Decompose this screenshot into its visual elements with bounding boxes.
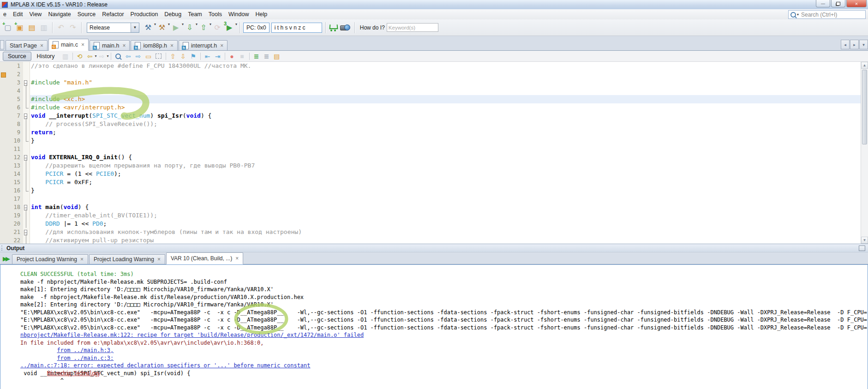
close-icon[interactable]: × xyxy=(157,257,161,262)
fold-margin[interactable]: − xyxy=(23,153,30,162)
float-window-icon[interactable] xyxy=(859,245,865,251)
rerun-icon[interactable]: ▶▶ xyxy=(3,255,8,262)
code-editor[interactable]: 1//это сделано в линкере #define F_CPU 1… xyxy=(0,62,868,244)
new-file-icon[interactable]: ▢+ xyxy=(2,22,13,33)
tab-list-button[interactable]: ▾ xyxy=(859,40,868,49)
console-link-line[interactable]: ../main.c:7:18: error: expected declarat… xyxy=(20,362,868,370)
uncomment-icon[interactable]: ≣ xyxy=(262,52,271,61)
menu-item-refactor[interactable]: Refactor xyxy=(99,10,127,18)
source-view-button[interactable]: Source xyxy=(3,52,31,61)
menu-item-team[interactable]: Team xyxy=(185,10,205,18)
tab-scroll-right-button[interactable]: ▸ xyxy=(850,40,859,49)
chevron-down-icon[interactable]: ▾ xyxy=(797,12,799,17)
menu-item-navigate[interactable]: Navigate xyxy=(45,10,74,18)
close-icon[interactable]: × xyxy=(81,42,84,47)
set-pc-at-cursor-icon[interactable]: ▶3 xyxy=(224,22,235,33)
chevron-down-icon[interactable]: ▾ xyxy=(95,54,97,58)
close-icon[interactable]: × xyxy=(220,43,223,48)
chevron-down-icon[interactable]: ▼ xyxy=(131,23,139,32)
next-bookmark-icon[interactable]: ⇩ xyxy=(179,52,188,61)
redo-icon[interactable]: ↷ xyxy=(67,22,78,33)
save-all-icon[interactable]: ▥ xyxy=(38,22,49,33)
chevron-down-icon[interactable]: ▾ xyxy=(235,22,237,33)
clean-and-build-icon[interactable]: ⚒ xyxy=(156,22,168,33)
chevron-down-icon[interactable]: ▾ xyxy=(210,22,211,33)
run-project-icon[interactable]: ▶ xyxy=(170,22,181,33)
scroll-up-button[interactable]: ▲ xyxy=(861,62,868,69)
diff-icon[interactable]: ▥ xyxy=(61,52,70,61)
device-support-globe-icon[interactable] xyxy=(340,24,350,31)
editor-tab-interrupt-h[interactable]: hinterrupt.h× xyxy=(179,40,227,50)
undo-icon[interactable]: ↶ xyxy=(55,22,66,33)
open-project-icon[interactable]: ▤ xyxy=(26,22,37,33)
chevron-down-icon[interactable]: ▾ xyxy=(182,22,184,33)
macro-expansion-icon[interactable]: ▤ xyxy=(272,52,281,61)
chevron-down-icon[interactable]: ▾ xyxy=(154,22,156,33)
close-icon[interactable]: × xyxy=(122,43,126,48)
chevron-down-icon[interactable]: ▾ xyxy=(196,22,198,33)
fold-margin[interactable]: − xyxy=(23,228,30,236)
configuration-select[interactable]: Release ▼ xyxy=(87,23,139,33)
output-tab-var-10-clean-build-[interactable]: VAR 10 (Clean, Build, ...)× xyxy=(166,252,243,264)
drag-grip-icon[interactable] xyxy=(1,245,4,251)
minimize-button[interactable]: — xyxy=(816,0,830,7)
editor-vertical-scrollbar[interactable]: ▲ ▼ xyxy=(861,62,868,244)
comment-icon[interactable]: ≣ xyxy=(252,52,261,61)
menu-item-view[interactable]: View xyxy=(26,10,45,18)
toggle-bookmark-icon[interactable]: ⚑ xyxy=(189,52,198,61)
menu-item-window[interactable]: Window xyxy=(225,10,252,18)
editor-tab-main-c[interactable]: Cmain.c× xyxy=(48,39,89,51)
stop-icon[interactable]: ■ xyxy=(238,52,247,61)
editor-tab-start-page[interactable]: Start Page× xyxy=(6,40,48,50)
menu-item-source[interactable]: Source xyxy=(74,10,99,18)
fold-margin[interactable]: − xyxy=(23,203,30,211)
how-do-i-input[interactable] xyxy=(387,23,438,32)
build-console[interactable]: CLEAN SUCCESSFUL (total time: 3ms)make -… xyxy=(0,264,868,389)
editor-tab-main-h[interactable]: hmain.h× xyxy=(90,40,130,50)
menu-item-production[interactable]: Production xyxy=(127,10,162,18)
previous-bookmark-icon[interactable]: ⇧ xyxy=(168,52,178,61)
make-and-program-device-icon[interactable]: ⇩ xyxy=(184,22,195,33)
last-edit-icon[interactable]: ⟲ xyxy=(75,52,84,61)
console-link-line[interactable]: from ../main.c:3: xyxy=(20,354,868,362)
restore-button[interactable] xyxy=(831,0,845,7)
build-project-icon[interactable]: ⚒ xyxy=(143,22,154,33)
menu-item-tools[interactable]: Tools xyxy=(205,10,225,18)
close-icon[interactable]: × xyxy=(235,256,239,261)
shift-line-left-icon[interactable]: ⇤ xyxy=(203,52,212,61)
new-project-icon[interactable]: ▣+ xyxy=(14,22,25,33)
chevron-down-icon[interactable]: ▾ xyxy=(107,54,109,58)
close-icon[interactable]: × xyxy=(80,257,84,262)
mplab-store-cart-icon[interactable] xyxy=(329,24,337,29)
scrollbar-thumb[interactable] xyxy=(862,70,867,144)
next-occurrence-icon[interactable]: ⇨ xyxy=(134,52,143,61)
close-icon[interactable]: × xyxy=(40,43,43,48)
previous-occurrence-icon[interactable]: ⇦ xyxy=(124,52,133,61)
read-device-memory-icon[interactable]: ⇧ xyxy=(198,22,209,33)
output-tab-project-loading-warning[interactable]: Project Loading Warning× xyxy=(89,254,165,264)
scroll-down-button[interactable]: ▼ xyxy=(861,237,868,244)
console-link-line[interactable]: nbproject/Makefile-Release.mk:122: recip… xyxy=(20,331,868,339)
editor-tab-iom88p-h[interactable]: hiom88p.h× xyxy=(131,40,177,50)
close-button[interactable]: × xyxy=(846,0,867,7)
history-view-button[interactable]: History xyxy=(33,53,59,60)
close-icon[interactable]: × xyxy=(170,43,174,48)
find-selection-icon[interactable] xyxy=(114,52,123,61)
back-icon[interactable]: ⇦ xyxy=(85,52,95,61)
breakpoint-icon[interactable]: ● xyxy=(227,52,237,61)
menu-item-edit[interactable]: Edit xyxy=(10,10,26,18)
rectangular-selection-icon[interactable] xyxy=(154,52,163,61)
fold-margin[interactable]: − xyxy=(23,78,30,87)
tab-scroll-left-button[interactable]: ◂ xyxy=(841,40,850,49)
forward-icon[interactable]: ⇨ xyxy=(97,52,107,61)
toggle-highlight-icon[interactable]: ▭ xyxy=(144,52,153,61)
menu-item-help[interactable]: Help xyxy=(252,10,270,18)
fold-margin[interactable]: − xyxy=(23,112,30,120)
console-link-line[interactable]: from ../main.h:3, xyxy=(20,347,868,354)
search-input[interactable]: ▾ Search (Ctrl+I) xyxy=(788,10,866,19)
menu-item-e[interactable]: e xyxy=(0,10,10,18)
output-tab-project-loading-warning[interactable]: Project Loading Warning× xyxy=(12,254,88,264)
refresh-debug-tool-icon[interactable]: ⟳ xyxy=(212,22,223,33)
shift-line-right-icon[interactable]: ⇥ xyxy=(213,52,222,61)
output-caption-bar[interactable]: Output xyxy=(0,244,868,252)
